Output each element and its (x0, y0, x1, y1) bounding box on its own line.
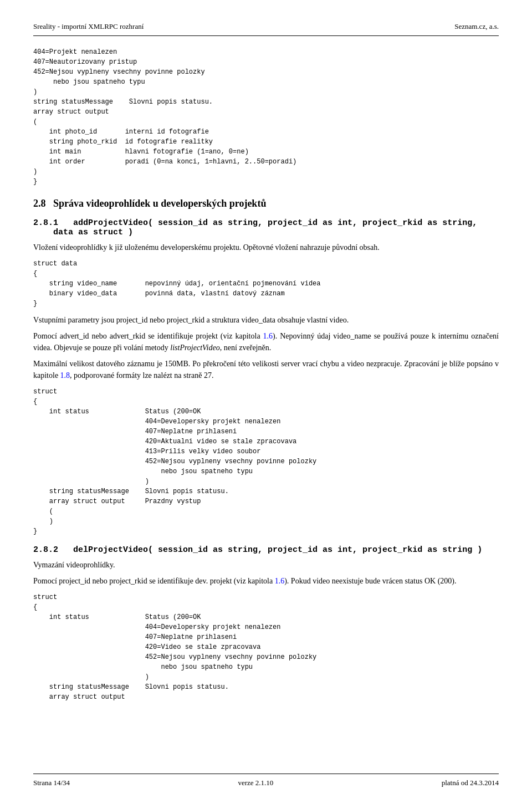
header-title: Sreality - importní XMLRPC rozhraní (33, 22, 144, 31)
param-note-text2: ). Pokud video neexistuje bude vrácen st… (284, 577, 456, 585)
section-28-number: 2.8 (33, 198, 46, 209)
section-282-number: 2.8.2 (33, 545, 58, 555)
section-281-return-struct: struct { int status Status (200=OK 404=D… (33, 387, 499, 536)
param-note-link[interactable]: 1.6 (275, 577, 285, 585)
section-282-param-note: Pomocí project_id nebo project_rkid se i… (33, 575, 499, 587)
header-company: Seznam.cz, a.s. (454, 22, 499, 31)
section-281-struct: struct data { string video_name nepovinn… (33, 259, 499, 309)
page: Sreality - importní XMLRPC rozhraní Sezn… (0, 0, 532, 741)
section-281-signature: addProjectVideo( session_id as string, p… (33, 218, 477, 237)
section-281: 2.8.1 addProjectVideo( session_id as str… (33, 218, 499, 536)
section-282-signature: delProjectVideo( session_id as string, p… (73, 545, 482, 555)
section-281-param-note: Vstupními parametry jsou project_id nebo… (33, 314, 499, 326)
section-282-desc: Vymazání videoprohlídky. (33, 559, 499, 571)
list-project-video-italic: listProjectVideo (170, 344, 219, 352)
section-28-title: Správa videoprohlídek u developerských p… (53, 198, 266, 209)
page-header: Sreality - importní XMLRPC rozhraní Sezn… (33, 22, 499, 36)
section-281-heading: 2.8.1 addProjectVideo( session_id as str… (33, 218, 499, 237)
section-282-heading: 2.8.2 delProjectVideo( session_id as str… (33, 545, 499, 555)
section-282-return-struct: struct { int status Status (200=OK 404=D… (33, 592, 499, 702)
footer-date: platná od 24.3.2014 (442, 779, 499, 787)
param-note-text1: Pomocí project_id nebo project_rkid se i… (33, 577, 275, 585)
section-28-heading: 2.8 Správa videoprohlídek u developerský… (33, 198, 499, 209)
page-footer: Strana 14/34 verze 2.1.10 platná od 24.3… (33, 774, 499, 787)
top-code-block: 404=Projekt nenalezen 407=Neautorizovany… (33, 47, 499, 187)
max-size-link[interactable]: 1.8 (60, 371, 70, 380)
advert-note-text1: Pomocí advert_id nebo advert_rkid se ide… (33, 332, 263, 340)
advert-note-link[interactable]: 1.6 (263, 332, 273, 340)
section-281-max-size: Maximální velikost datového záznamu je 1… (33, 358, 499, 381)
section-281-advert-note: Pomocí advert_id nebo advert_rkid se ide… (33, 330, 499, 354)
max-size-text2: , podporované formáty lze nalézt na stra… (70, 371, 213, 380)
footer-page: Strana 14/34 (33, 779, 70, 787)
footer-version: verze 2.1.10 (238, 779, 273, 787)
section-282: 2.8.2 delProjectVideo( session_id as str… (33, 545, 499, 702)
section-281-desc: Vložení videoprohlídky k již uloženému d… (33, 242, 499, 253)
section-281-number: 2.8.1 (33, 218, 58, 228)
